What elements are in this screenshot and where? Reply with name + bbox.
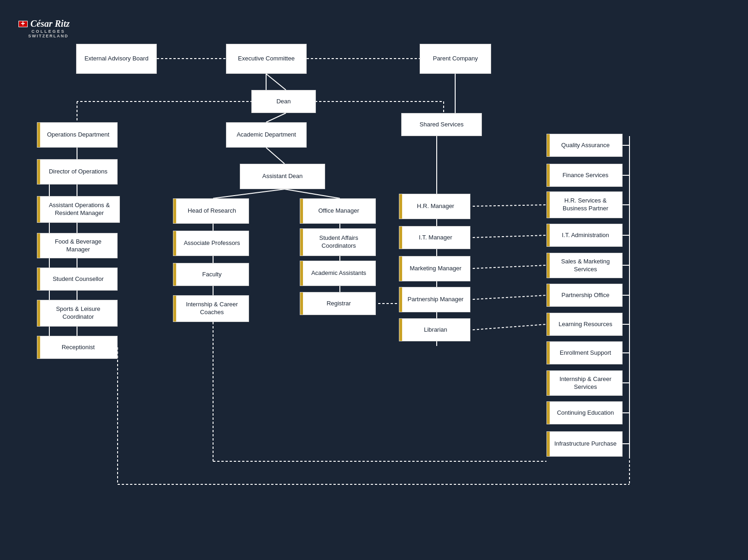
svg-line-3 (266, 74, 286, 90)
academic-assistants-box: Academic Assistants (300, 261, 376, 286)
marketing-manager-box: Marketing Manager (399, 256, 470, 281)
student-counsellor-box: Student Counsellor (37, 268, 118, 291)
hr-services-box: H.R. Services & Business Partner (546, 191, 623, 218)
svg-line-45 (473, 265, 546, 268)
faculty-box: Faculty (173, 263, 249, 286)
librarian-box: Librarian (399, 318, 470, 341)
finance-services-box: Finance Services (546, 164, 623, 187)
it-manager-box: I.T. Manager (399, 226, 470, 249)
head-of-research-box: Head of Research (173, 198, 249, 224)
assoc-professors-box: Associate Professors (173, 231, 249, 256)
svg-line-46 (473, 295, 546, 299)
org-chart: + César Ritz COLLEGES SWITZERLAND Extern… (0, 0, 748, 560)
internship-career-services-box: Internship & Career Services (546, 370, 623, 396)
logo-colleges: COLLEGES (18, 29, 78, 34)
parent-company-box: Parent Company (420, 44, 491, 74)
logo-name: César Ritz (30, 18, 70, 29)
svg-line-23 (213, 189, 285, 198)
shared-services-box: Shared Services (401, 113, 482, 136)
svg-line-4 (266, 113, 286, 122)
learning-resources-box: Learning Resources (546, 313, 623, 336)
academic-dept-box: Academic Department (226, 122, 307, 148)
office-manager-box: Office Manager (300, 198, 376, 224)
executive-committee-box: Executive Committee (226, 44, 307, 74)
it-admin-box: I.T. Administration (546, 224, 623, 247)
director-ops-box: Director of Operations (37, 159, 118, 185)
svg-line-22 (266, 148, 285, 164)
internship-coaches-box: Internship & Career Coaches (173, 295, 249, 322)
student-affairs-box: Student Affairs Coordinators (300, 228, 376, 256)
sales-marketing-box: Sales & Marketing Services (546, 253, 623, 278)
partnership-manager-box: Partnership Manager (399, 287, 470, 312)
svg-line-43 (473, 205, 546, 206)
registrar-box: Registrar (300, 292, 376, 315)
assistant-ops-box: Assistant Operations & Resident Manager (37, 196, 120, 223)
logo-switzerland: SWITZERLAND (18, 34, 78, 38)
svg-line-44 (473, 235, 546, 238)
dean-box: Dean (251, 90, 316, 113)
logo-flag-icon: + (18, 21, 28, 27)
partnership-office-box: Partnership Office (546, 284, 623, 307)
logo: + César Ritz COLLEGES SWITZERLAND (18, 18, 78, 38)
hr-manager-box: H.R. Manager (399, 194, 470, 219)
external-advisory-board-box: External Advisory Board (76, 44, 157, 74)
operations-dept-box: Operations Department (37, 122, 118, 148)
sports-leisure-box: Sports & Leisure Coordinator (37, 300, 118, 327)
infrastructure-purchase-box: Infrastructure Purchase (546, 431, 623, 457)
fb-manager-box: Food & Beverage Manager (37, 233, 118, 258)
svg-line-24 (285, 189, 340, 198)
quality-assurance-box: Quality Assurance (546, 134, 623, 157)
svg-line-47 (473, 324, 546, 330)
enrollment-support-box: Enrollment Support (546, 341, 623, 364)
assistant-dean-box: Assistant Dean (240, 164, 325, 189)
continuing-education-box: Continuing Education (546, 401, 623, 424)
receptionist-box: Receptionist (37, 336, 118, 359)
